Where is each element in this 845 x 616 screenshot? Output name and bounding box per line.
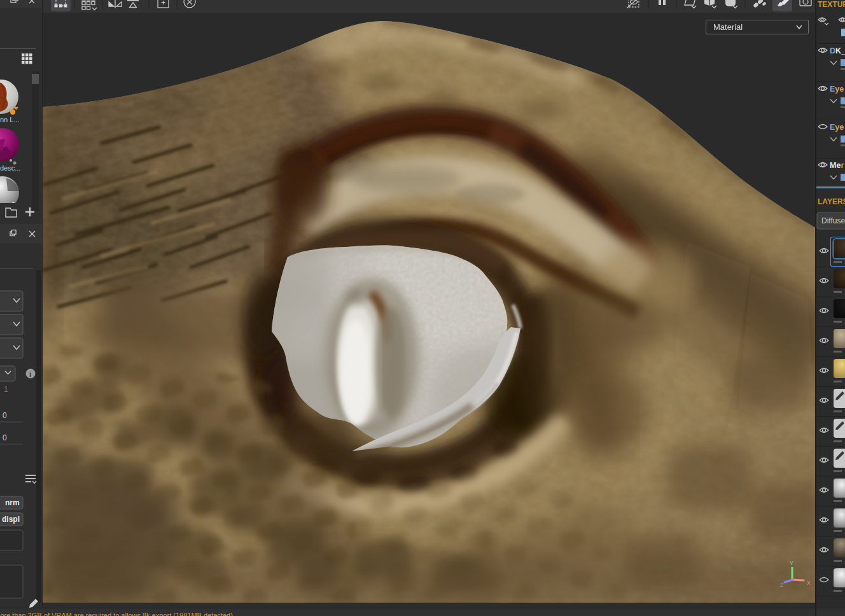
svg-text:DK_: DK_ [830, 46, 845, 55]
svg-text:Y: Y [790, 560, 793, 566]
svg-text:Z: Z [780, 582, 784, 588]
svg-text:0: 0 [3, 411, 7, 420]
svg-text:1: 1 [4, 385, 8, 394]
svg-text:LAYERS: LAYERS [818, 197, 845, 206]
svg-text:i: i [29, 370, 31, 378]
svg-text:Eye: Eye [830, 85, 844, 94]
svg-text:TEXTUR: TEXTUR [818, 0, 845, 9]
svg-text:desc...: desc... [0, 164, 20, 172]
svg-text:Diffuse: Diffuse [821, 216, 845, 225]
svg-text:Eye: Eye [830, 123, 844, 132]
svg-text:X: X [807, 580, 811, 586]
svg-text:Mer: Mer [830, 161, 844, 170]
svg-text:0: 0 [3, 433, 7, 442]
svg-text:nn L...: nn L... [0, 116, 20, 123]
svg-text:nrm: nrm [5, 498, 20, 507]
svg-text:displ: displ [2, 515, 20, 524]
